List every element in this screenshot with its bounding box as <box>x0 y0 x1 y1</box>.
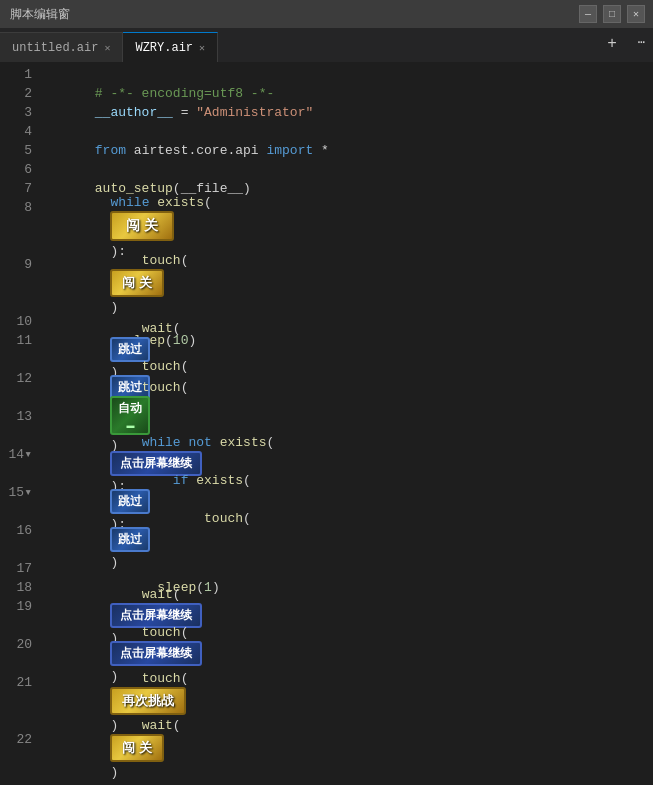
code-content: # -*- encoding=utf8 -*- __author__ = "Ad… <box>40 63 653 785</box>
maximize-btn[interactable]: □ <box>603 5 621 23</box>
ln-10: 10 <box>0 312 32 331</box>
tab-wzry-label: WZRY.air <box>135 41 193 55</box>
ln-8: 8 <box>0 198 32 255</box>
tab-untitled-label: untitled.air <box>12 41 98 55</box>
code-line-22: wait( 闯 关 ) <box>48 730 653 768</box>
code-line-1: # -*- encoding=utf8 -*- <box>48 65 653 84</box>
minimize-btn[interactable]: — <box>579 5 597 23</box>
ln-11: 11 <box>0 331 32 369</box>
btn-guankao-sm2[interactable]: 闯 关 <box>110 734 164 762</box>
ln-7: 7 <box>0 179 32 198</box>
tab-wzry[interactable]: WZRY.air ✕ <box>123 32 218 62</box>
code-line-5 <box>48 141 653 160</box>
code-line-4: from airtest.core.api import * <box>48 122 653 141</box>
tab-untitled-close[interactable]: ✕ <box>104 42 110 54</box>
ln-15: 15▾ <box>0 483 32 521</box>
line-numbers: 1 2 3 4 5 6 7 8 9 10 11 12 13 14▾ 15▾ 16… <box>0 63 40 785</box>
ln-5: 5 <box>0 141 32 160</box>
editor-area: 1 2 3 4 5 6 7 8 9 10 11 12 13 14▾ 15▾ 16… <box>0 63 653 785</box>
ln-20: 20 <box>0 635 32 673</box>
ln-21: 21 <box>0 673 32 730</box>
code-line-16: touch( 跳过 ) <box>48 521 653 559</box>
tab-bar: untitled.air ✕ WZRY.air ✕ + ⋯ <box>0 28 653 63</box>
code-line-2: __author__ = "Administrator" <box>48 84 653 103</box>
ln-17: 17 <box>0 559 32 578</box>
close-btn[interactable]: ✕ <box>627 5 645 23</box>
ln-6: 6 <box>0 160 32 179</box>
ln-19: 19 <box>0 597 32 635</box>
tab-overflow-button[interactable]: ⋯ <box>638 35 645 50</box>
ln-16: 16 <box>0 521 32 559</box>
ln-3: 3 <box>0 103 32 122</box>
ln-18: 18 <box>0 578 32 597</box>
ln-22: 22 <box>0 730 32 768</box>
code-line-3 <box>48 103 653 122</box>
tab-wzry-close[interactable]: ✕ <box>199 42 205 54</box>
ln-9: 9 <box>0 255 32 312</box>
ln-1: 1 <box>0 65 32 84</box>
ln-12: 12 <box>0 369 32 407</box>
title-bar: 脚本编辑窗 — □ ✕ <box>0 0 653 28</box>
btn-tiaoguo-4[interactable]: 跳过 <box>110 527 150 552</box>
window-title: 脚本编辑窗 <box>10 6 70 23</box>
ln-2: 2 <box>0 84 32 103</box>
ln-13: 13 <box>0 407 32 445</box>
tab-add-button[interactable]: + <box>601 33 623 55</box>
btn-guankao-sm[interactable]: 闯 关 <box>110 269 164 297</box>
ln-14: 14▾ <box>0 445 32 483</box>
ln-4: 4 <box>0 122 32 141</box>
tab-untitled[interactable]: untitled.air ✕ <box>0 32 123 62</box>
